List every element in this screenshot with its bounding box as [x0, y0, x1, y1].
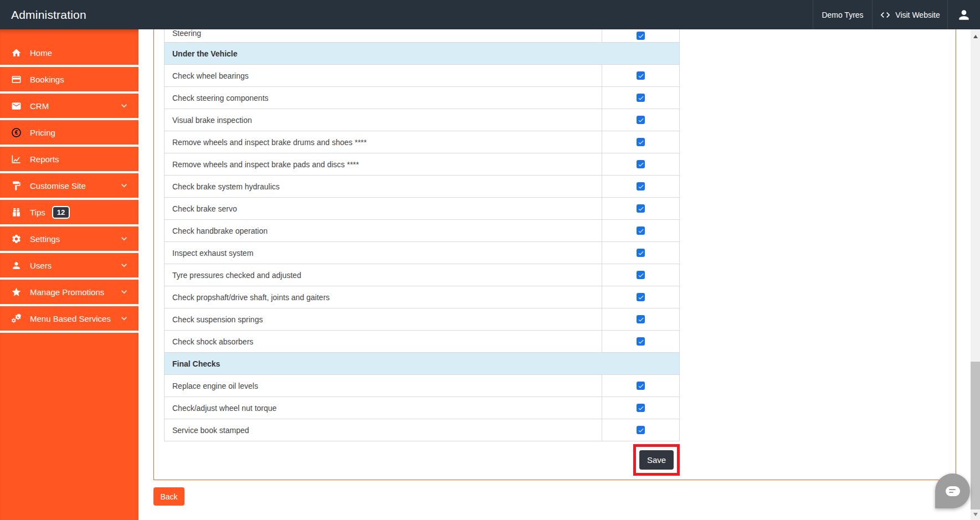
topbar: Administration Demo Tyres Visit Website: [0, 0, 980, 29]
check-item-label: Check wheel bearings: [165, 65, 602, 86]
sidebar-item-settings[interactable]: Settings: [0, 226, 138, 253]
scroll-up-arrow[interactable]: [971, 32, 980, 41]
item-checkbox[interactable]: [637, 71, 645, 80]
checklist-row: Check brake system hydraulics: [165, 176, 679, 198]
label-text: Check brake system hydraulics: [172, 182, 280, 191]
euro-icon: [11, 127, 22, 138]
check-item-label: Remove wheels and inspect brake pads and…: [165, 153, 602, 175]
checklist-row: Visual brake inspection: [165, 109, 679, 131]
sidebar-item-menu-based-services[interactable]: Menu Based Services: [0, 306, 138, 333]
item-checkbox[interactable]: [637, 160, 645, 168]
check-icon: [638, 73, 644, 79]
tips-count-badge: 12: [52, 206, 70, 219]
gear-icon: [11, 234, 22, 244]
sidebar-item-pricing[interactable]: Pricing: [0, 120, 138, 147]
item-checkbox[interactable]: [637, 32, 645, 40]
label-text: Inspect exhaust system: [172, 249, 253, 258]
item-checkbox[interactable]: [637, 116, 645, 124]
credit-card-icon: [11, 74, 22, 85]
checkbox-cell: [602, 286, 679, 308]
label-text: Check steering components: [172, 94, 269, 102]
sidebar: HomeBookingsCRMPricingReportsCustomise S…: [0, 29, 138, 520]
sidebar-item-label: Customise Site: [30, 181, 86, 191]
section-title: Under the Vehicle: [165, 43, 679, 64]
check-icon: [638, 338, 644, 345]
check-item-label: Check steering components: [165, 87, 602, 109]
sidebar-item-manage-promotions[interactable]: Manage Promotions: [0, 280, 138, 306]
item-checkbox[interactable]: [637, 94, 645, 102]
sidebar-item-customise-site[interactable]: Customise Site: [0, 173, 138, 200]
visit-website-link[interactable]: Visit Website: [872, 0, 947, 29]
save-highlight-box: Save: [633, 444, 680, 476]
sidebar-item-label: Pricing: [30, 128, 55, 137]
label-text: Check handbrake operation: [172, 226, 268, 235]
item-checkbox[interactable]: [637, 138, 645, 146]
chat-widget-button[interactable]: [935, 473, 970, 508]
checklist-row: Check handbrake operation: [165, 220, 679, 242]
label-text: Remove wheels and inspect brake drums an…: [172, 138, 367, 147]
check-item-label: Service book stamped: [165, 419, 602, 441]
item-checkbox[interactable]: [637, 404, 645, 412]
home-icon: [11, 48, 22, 58]
check-icon: [638, 205, 644, 212]
check-icon: [638, 427, 644, 434]
chevron-down-icon: [119, 313, 130, 324]
section-title: Final Checks: [165, 353, 679, 374]
label-text: Final Checks: [172, 359, 220, 368]
check-item-label: Check handbrake operation: [165, 220, 602, 241]
chat-icon: [946, 486, 960, 496]
checkbox-cell: [602, 153, 679, 175]
item-checkbox[interactable]: [637, 337, 645, 346]
check-icon: [638, 183, 644, 190]
chevron-down-icon: [119, 100, 130, 111]
item-checkbox[interactable]: [637, 271, 645, 279]
item-checkbox[interactable]: [637, 382, 645, 390]
checkbox-cell: [602, 264, 679, 286]
sidebar-item-crm[interactable]: CRM: [0, 94, 138, 120]
check-icon: [638, 405, 644, 411]
checklist-row: Steering: [165, 29, 679, 43]
back-button[interactable]: Back: [153, 487, 184, 506]
sidebar-item-label: CRM: [30, 101, 49, 111]
save-button[interactable]: Save: [639, 450, 674, 470]
sidebar-item-users[interactable]: Users: [0, 253, 138, 280]
item-checkbox[interactable]: [637, 226, 645, 235]
sidebar-item-home[interactable]: Home: [0, 40, 138, 67]
checkbox-cell: [602, 176, 679, 197]
check-icon: [638, 95, 644, 101]
checkbox-cell: [602, 65, 679, 86]
item-checkbox[interactable]: [637, 204, 645, 213]
checklist-section-header: Final Checks: [165, 353, 679, 375]
page-title: Administration: [0, 8, 86, 22]
check-icon: [638, 117, 644, 123]
label-text: Steering: [172, 29, 201, 39]
site-name-link[interactable]: Demo Tyres: [813, 0, 872, 29]
check-icon: [638, 139, 644, 146]
item-checkbox[interactable]: [637, 315, 645, 323]
label-text: Check/adjust wheel nut torque: [172, 404, 276, 413]
item-checkbox[interactable]: [637, 249, 645, 257]
checklist-row: Check steering components: [165, 87, 679, 109]
gears-icon: [11, 313, 22, 324]
label-text: Replace engine oil levels: [172, 382, 258, 390]
vertical-scrollbar[interactable]: [971, 29, 980, 520]
checklist-section-header: Under the Vehicle: [165, 43, 679, 65]
item-checkbox[interactable]: [637, 293, 645, 301]
check-item-label: Remove wheels and inspect brake drums an…: [165, 131, 602, 153]
checklist-row: Check suspension springs: [165, 308, 679, 331]
item-checkbox[interactable]: [637, 426, 645, 434]
sidebar-item-tips[interactable]: Tips12: [0, 200, 138, 226]
check-item-label: Replace engine oil levels: [165, 375, 602, 397]
checkbox-cell: [602, 419, 679, 441]
checkbox-cell: [602, 308, 679, 330]
scrollbar-thumb[interactable]: [971, 362, 980, 509]
checklist-row: Check shock absorbers: [165, 331, 679, 353]
check-icon: [638, 316, 644, 323]
label-text: Under the Vehicle: [172, 49, 237, 58]
user-menu-button[interactable]: [947, 0, 980, 29]
sidebar-item-reports[interactable]: Reports: [0, 147, 138, 173]
scroll-down-arrow[interactable]: [971, 509, 980, 519]
item-checkbox[interactable]: [637, 182, 645, 191]
visit-website-label: Visit Website: [895, 11, 940, 19]
sidebar-item-bookings[interactable]: Bookings: [0, 67, 138, 94]
